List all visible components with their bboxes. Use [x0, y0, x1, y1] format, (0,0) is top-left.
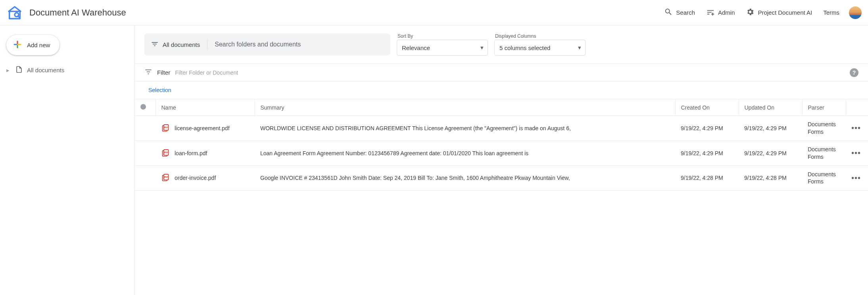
sidebar: Add new ▸ All documents — [0, 25, 135, 295]
table-row[interactable]: PDF loan-form.pdf Loan Agreement Form Ag… — [135, 141, 868, 166]
filter-label: Filter — [157, 69, 170, 76]
doc-created: 9/19/22, 4:29 PM — [675, 141, 739, 166]
sort-by-value: Relevance — [402, 44, 430, 51]
doc-created: 9/19/22, 4:28 PM — [675, 166, 739, 191]
filter-input[interactable] — [175, 69, 294, 76]
project-label: Project Document AI — [758, 9, 812, 16]
doc-name: loan-form.pdf — [175, 150, 207, 156]
add-new-button[interactable]: Add new — [6, 35, 60, 55]
sort-by-label: Sort By — [397, 33, 488, 39]
doc-parser-1: Documents — [808, 146, 840, 153]
chevron-down-icon: ▾ — [578, 44, 581, 51]
col-header-summary[interactable]: Summary — [255, 99, 675, 116]
displayed-columns-value: 5 columns selected — [499, 44, 550, 51]
sidebar-item-all-documents[interactable]: ▸ All documents — [5, 63, 130, 77]
avatar[interactable] — [849, 6, 862, 19]
svg-text:PDF: PDF — [164, 151, 168, 154]
documents-table: Name Summary Created On Updated On Parse… — [135, 99, 868, 191]
col-header-updated[interactable]: Updated On — [739, 99, 802, 116]
displayed-columns-label: Displayed Columns — [494, 33, 586, 39]
col-header-parser[interactable]: Parser — [802, 99, 846, 116]
expand-caret-icon[interactable]: ▸ — [6, 67, 11, 74]
gear-icon — [746, 8, 755, 17]
terms-link[interactable]: Terms — [823, 9, 839, 16]
doc-parser-2: Forms — [808, 128, 840, 136]
selection-link[interactable]: Selection — [148, 87, 171, 93]
topbar: Document AI Warehouse Search Admin Proje… — [0, 0, 868, 25]
terms-label: Terms — [823, 9, 839, 16]
row-more-menu[interactable]: ••• — [851, 148, 861, 157]
table-header-row: Name Summary Created On Updated On Parse… — [135, 99, 868, 116]
doc-parser-1: Documents — [808, 121, 840, 128]
doc-updated: 9/19/22, 4:29 PM — [739, 116, 802, 141]
row-more-menu[interactable]: ••• — [851, 123, 861, 132]
pdf-icon: PDF — [161, 149, 170, 158]
add-new-label: Add new — [27, 42, 50, 48]
doc-parser-2: Forms — [808, 178, 840, 185]
search-scope-label: All documents — [163, 41, 200, 48]
tune-icon — [706, 8, 715, 17]
main-panel: All documents Sort By Relevance ▾ Displa… — [135, 25, 868, 295]
admin-label: Admin — [718, 9, 735, 16]
doc-parser-2: Forms — [808, 153, 840, 161]
sidebar-item-label: All documents — [27, 67, 64, 73]
displayed-columns-select[interactable]: 5 columns selected ▾ — [494, 40, 586, 56]
app-logo — [6, 4, 23, 21]
table-row[interactable]: PDF license-agreement.pdf WORLDWIDE LICE… — [135, 116, 868, 141]
sort-by-control: Sort By Relevance ▾ — [397, 33, 488, 56]
app-title: Document AI Warehouse — [29, 8, 126, 18]
search-button[interactable]: Search — [664, 8, 695, 17]
sort-by-select[interactable]: Relevance ▾ — [397, 40, 488, 56]
row-more-menu[interactable]: ••• — [851, 174, 861, 182]
search-label: Search — [676, 9, 695, 16]
doc-summary: Loan Agreement Form Agreement Number: 01… — [260, 149, 670, 157]
document-icon — [15, 66, 23, 75]
doc-updated: 9/19/22, 4:28 PM — [739, 166, 802, 191]
admin-button[interactable]: Admin — [706, 8, 735, 17]
chevron-down-icon: ▾ — [480, 44, 484, 51]
search-bar: All documents — [144, 33, 390, 56]
doc-name: license-agreement.pdf — [175, 125, 230, 131]
search-scope-dropdown[interactable]: All documents — [151, 39, 207, 50]
filter-list-icon — [151, 40, 159, 49]
doc-name: order-invoice.pdf — [175, 175, 216, 181]
table-row[interactable]: PDF order-invoice.pdf Google INVOICE # 2… — [135, 166, 868, 191]
col-header-created[interactable]: Created On — [675, 99, 739, 116]
doc-summary: WORLDWIDE LICENSE AND DISTRIBUTION AGREE… — [260, 124, 670, 132]
pdf-icon: PDF — [161, 124, 170, 133]
help-icon[interactable]: ? — [850, 68, 858, 77]
doc-summary: Google INVOICE # 23413561D John Smith Da… — [260, 174, 670, 182]
filter-icon — [144, 68, 152, 77]
pdf-icon: PDF — [161, 174, 170, 182]
plus-icon — [13, 40, 22, 50]
project-button[interactable]: Project Document AI — [746, 8, 812, 17]
search-input[interactable] — [215, 41, 384, 48]
search-icon — [664, 8, 673, 17]
doc-parser-1: Documents — [808, 171, 840, 178]
select-all-toggle[interactable] — [140, 104, 146, 110]
col-header-name[interactable]: Name — [156, 99, 255, 116]
doc-created: 9/19/22, 4:29 PM — [675, 116, 739, 141]
svg-text:PDF: PDF — [164, 126, 168, 129]
doc-updated: 9/19/22, 4:29 PM — [739, 141, 802, 166]
displayed-columns-control: Displayed Columns 5 columns selected ▾ — [494, 33, 586, 56]
svg-text:PDF: PDF — [164, 176, 168, 179]
